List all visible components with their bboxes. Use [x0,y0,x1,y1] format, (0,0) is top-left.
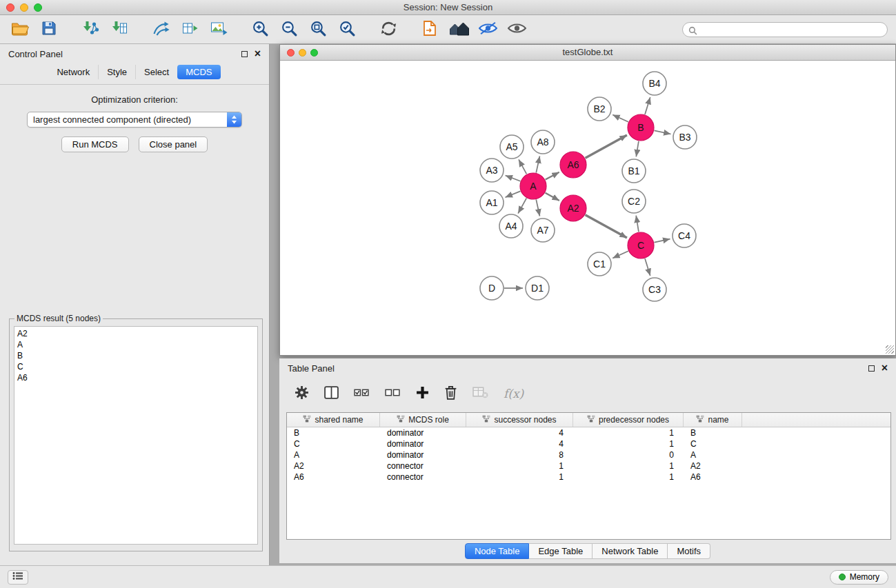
node-D1[interactable]: D1 [526,276,549,300]
node-B2[interactable]: B2 [588,97,611,121]
table-row[interactable]: A6connector11A6 [287,472,890,483]
edge-A6-B[interactable] [586,135,627,158]
column-header-mcds-role[interactable]: MCDS role [380,413,466,427]
delete-row-button[interactable] [444,385,457,402]
node-A4[interactable]: A4 [499,214,523,238]
close-table-panel-icon[interactable]: × [882,365,888,372]
resize-handle-icon[interactable] [886,345,894,354]
mcds-result-item[interactable]: B [17,350,255,361]
mcds-result-item[interactable]: C [17,361,255,372]
edge-A-A3[interactable] [506,176,521,181]
zoom-window-button[interactable] [34,3,42,12]
settings-button[interactable] [295,385,309,402]
import-table-button[interactable] [108,19,131,41]
tab-network-table[interactable]: Network Table [593,543,668,559]
node-C1[interactable]: C1 [588,252,611,276]
criterion-dropdown[interactable]: largest connected component (directed) [27,112,242,128]
node-B1[interactable]: B1 [622,159,646,183]
edge-A-A8[interactable] [536,156,539,173]
node-A6[interactable]: A6 [560,152,586,178]
open-button[interactable] [8,19,32,41]
column-header-predecessor-nodes[interactable]: predecessor nodes [573,413,684,427]
search-input[interactable] [682,22,888,37]
graphics-details-button[interactable] [476,19,499,41]
clear-selection-button[interactable] [385,386,401,401]
mcds-result-item[interactable]: A2 [17,328,255,339]
mcds-result-item[interactable]: A6 [17,372,255,383]
edge-B-B3[interactable] [655,130,671,134]
zoom-selected-button[interactable] [335,19,359,41]
network-close-button[interactable] [287,49,295,57]
refresh-button[interactable] [377,19,400,41]
import-network-button[interactable] [79,19,102,41]
node-A5[interactable]: A5 [500,135,524,159]
control-tab-select[interactable]: Select [135,65,177,79]
edge-B-B4[interactable] [645,97,650,114]
column-header-shared-name[interactable]: shared name [287,413,380,427]
home-button[interactable] [447,19,470,41]
close-panel-button[interactable]: Close panel [139,136,208,152]
node-D[interactable]: D [480,276,504,300]
edge-A-A4[interactable] [518,199,526,214]
edge-A2-C[interactable] [586,215,627,238]
close-panel-icon[interactable]: × [255,50,261,57]
edge-C-C4[interactable] [655,239,670,243]
node-C2[interactable]: C2 [622,190,646,213]
edge-C-C1[interactable] [613,251,628,258]
node-C4[interactable]: C4 [673,224,696,247]
node-A1[interactable]: A1 [480,191,504,214]
node-C3[interactable]: C3 [643,278,666,301]
zoom-out-button[interactable] [277,19,301,41]
edge-C-C3[interactable] [645,258,650,276]
document-button[interactable] [418,19,441,41]
float-panel-icon[interactable] [241,51,248,57]
zoom-in-button[interactable] [248,19,272,41]
column-header-successor-nodes[interactable]: successor nodes [466,413,573,427]
edge-B-B2[interactable] [613,115,628,122]
close-window-button[interactable] [6,3,14,12]
table-row[interactable]: A2connector11A2 [287,460,890,472]
table-row[interactable]: Cdominator41C [287,438,890,449]
float-table-panel-icon[interactable] [868,365,875,372]
node-A[interactable]: A [520,173,546,199]
function-builder-label[interactable]: f(x) [504,387,524,401]
zoom-fit-button[interactable] [306,19,330,41]
edge-A-A5[interactable] [519,159,526,174]
control-tab-style[interactable]: Style [98,65,135,79]
network-minimize-button[interactable] [299,49,306,57]
minimize-window-button[interactable] [20,3,28,12]
control-tab-mcds[interactable]: MCDS [177,65,220,79]
table-row[interactable]: Bdominator41B [287,427,890,438]
edge-A-A1[interactable] [506,191,521,197]
edge-A-A7[interactable] [536,200,539,216]
columns-button[interactable] [324,386,339,401]
edge-A-A6[interactable] [546,172,559,180]
delete-table-button[interactable] [472,386,488,401]
mcds-result-list[interactable]: A2ABCA6 [14,326,258,545]
save-button[interactable] [37,19,61,41]
edge-C-C2[interactable] [636,216,639,232]
edge-B-B1[interactable] [636,141,639,157]
run-mcds-button[interactable]: Run MCDS [61,136,129,152]
select-all-button[interactable] [354,386,370,401]
memory-button[interactable]: Memory [830,570,888,585]
eye-button[interactable] [505,19,528,41]
node-B3[interactable]: B3 [673,125,697,149]
node-C[interactable]: C [628,232,654,258]
node-B[interactable]: B [628,114,654,141]
new-table-button[interactable] [178,19,201,41]
table-row[interactable]: Adominator80A [287,449,890,460]
add-row-button[interactable] [416,386,429,401]
export-image-button[interactable] [207,19,230,41]
tab-motifs[interactable]: Motifs [668,543,710,559]
network-canvas[interactable]: B4B2BB3A5A8A6B1A3AC2A1A2A4A7C4CC1C3DD1 [281,61,895,354]
column-header-name[interactable]: name [684,413,742,427]
node-A3[interactable]: A3 [480,159,504,182]
tab-edge-table[interactable]: Edge Table [529,543,593,559]
tab-node-table[interactable]: Node Table [465,543,530,559]
mcds-result-item[interactable]: A [17,339,255,350]
node-A8[interactable]: A8 [531,130,555,154]
node-A7[interactable]: A7 [531,219,555,242]
control-tab-network[interactable]: Network [48,65,98,79]
node-B4[interactable]: B4 [643,72,666,95]
